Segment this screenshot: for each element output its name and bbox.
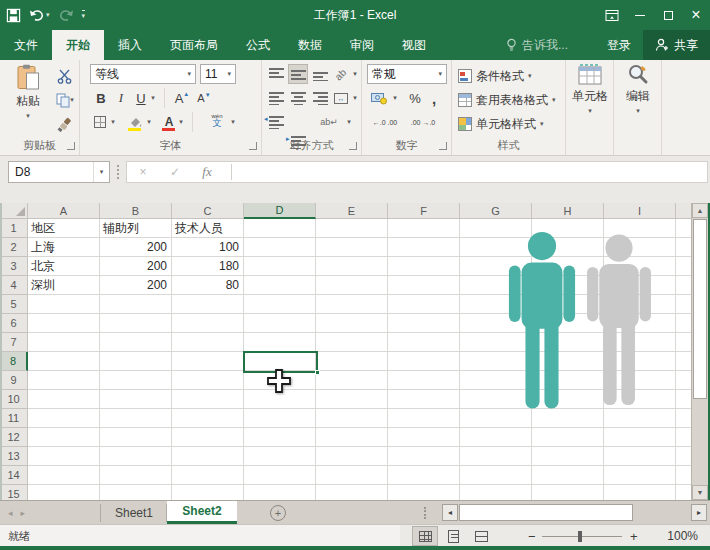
share-button[interactable]: 共享 [643,30,710,60]
font-name-dropdown-arrow[interactable]: ▾ [187,70,191,78]
tab-file[interactable]: 文件 [0,30,52,60]
align-middle-button[interactable] [288,64,308,84]
cell-D15[interactable] [244,485,316,500]
sheet-nav-left-icon[interactable]: ◂ [8,508,13,518]
copy-button[interactable]: ▾ [50,90,80,110]
cell-E15[interactable] [316,485,388,500]
font-size-combo[interactable]: 11 ▾ [200,64,236,84]
editing-button[interactable]: 编辑 ▾ [616,64,660,140]
cell-E4[interactable] [316,276,388,295]
row-header-2[interactable]: 2 [0,238,28,257]
row-header-3[interactable]: 3 [0,257,28,276]
cell-I13[interactable] [604,447,676,466]
cell-C8[interactable] [172,352,244,371]
cell-A1[interactable]: 地区 [28,219,100,238]
cell-C4[interactable]: 80 [172,276,244,295]
cell-B10[interactable] [100,390,172,409]
cell-A8[interactable] [28,352,100,371]
merge-dropdown-arrow[interactable]: ▾ [350,88,360,108]
cell-A14[interactable] [28,466,100,485]
font-color-dropdown-arrow[interactable]: ▾ [176,112,186,132]
column-header-C[interactable]: C [172,203,244,219]
cell-A2[interactable]: 上海 [28,238,100,257]
close-button[interactable]: × [682,0,710,30]
cell-H14[interactable] [532,466,604,485]
column-header-F[interactable]: F [388,203,460,219]
column-header-I[interactable]: I [604,203,676,219]
column-header-D[interactable]: D [244,203,316,219]
page-break-view-button[interactable] [468,526,494,546]
sheet-tab-sheet2[interactable]: Sheet2 [167,501,237,524]
teal-person-graphic[interactable] [506,230,578,411]
conditional-formatting-dropdown-arrow[interactable]: ▾ [528,72,532,80]
number-dialog-launcher[interactable] [439,142,447,150]
cell-E8[interactable] [316,352,388,371]
sheet-nav-right-icon[interactable]: ▸ [21,508,26,518]
insert-function-button[interactable]: fx [191,164,223,180]
enter-button[interactable]: ✓ [159,165,191,179]
normal-view-button[interactable] [412,526,438,546]
cell-E10[interactable] [316,390,388,409]
column-header-A[interactable]: A [28,203,100,219]
cell-F14[interactable] [388,466,460,485]
cell-E6[interactable] [316,314,388,333]
sign-in-button[interactable]: 登录 [595,37,643,54]
cell-I15[interactable] [604,485,676,500]
increase-decimal-button[interactable]: ←.0 .00 [368,112,402,132]
row-header-4[interactable]: 4 [0,276,28,295]
cell-F11[interactable] [388,409,460,428]
cell-D3[interactable] [244,257,316,276]
cell-F3[interactable] [388,257,460,276]
row-header-8[interactable]: 8 [0,352,28,371]
align-center-button[interactable] [288,88,308,108]
cell-F6[interactable] [388,314,460,333]
cell-C5[interactable] [172,295,244,314]
underline-dropdown-arrow[interactable]: ▾ [148,88,158,108]
tab-home[interactable]: 开始 [52,30,104,60]
cell-C10[interactable] [172,390,244,409]
cell-F1[interactable] [388,219,460,238]
page-layout-view-button[interactable] [440,526,466,546]
format-painter-button[interactable] [52,114,76,134]
hscroll-right-arrow[interactable]: ▸ [691,504,707,521]
format-as-table-button[interactable]: 套用表格格式 ▾ [458,90,556,110]
tab-formulas[interactable]: 公式 [232,30,284,60]
save-button[interactable] [6,8,21,23]
italic-button[interactable]: I [112,88,130,108]
cell-B3[interactable]: 200 [100,257,172,276]
cell-I12[interactable] [604,428,676,447]
fill-color-button[interactable] [126,112,144,132]
cell-A12[interactable] [28,428,100,447]
decrease-decimal-button[interactable]: .00 →.0 [406,112,440,132]
alignment-dialog-launcher[interactable] [349,142,357,150]
cell-B9[interactable] [100,371,172,390]
cell-B15[interactable] [100,485,172,500]
cell-D6[interactable] [244,314,316,333]
gray-person-graphic[interactable] [583,234,655,406]
cell-A10[interactable] [28,390,100,409]
zoom-level[interactable]: 100% [667,525,698,547]
borders-dropdown-arrow[interactable]: ▾ [108,112,118,132]
cell-B8[interactable] [100,352,172,371]
cell-H12[interactable] [532,428,604,447]
orientation-button[interactable]: ab [332,64,350,84]
cell-C9[interactable] [172,371,244,390]
undo-dropdown-arrow[interactable]: ▾ [46,11,50,19]
cell-D12[interactable] [244,428,316,447]
cell-E11[interactable] [316,409,388,428]
cell-G11[interactable] [460,409,532,428]
paste-dropdown-arrow[interactable]: ▾ [26,112,30,120]
bold-button[interactable]: B [92,88,110,108]
vertical-scrollbar-thumb[interactable] [693,219,707,399]
cell-F4[interactable] [388,276,460,295]
cell-D14[interactable] [244,466,316,485]
column-header-B[interactable]: B [100,203,172,219]
cell-E3[interactable] [316,257,388,276]
font-dialog-launcher[interactable] [249,142,257,150]
cell-F9[interactable] [388,371,460,390]
row-header-12[interactable]: 12 [0,428,28,447]
align-right-button[interactable] [310,88,330,108]
tab-page-layout[interactable]: 页面布局 [156,30,232,60]
vertical-scrollbar[interactable]: ▲ ▼ [691,203,708,500]
hscroll-left-arrow[interactable]: ◂ [442,504,458,521]
